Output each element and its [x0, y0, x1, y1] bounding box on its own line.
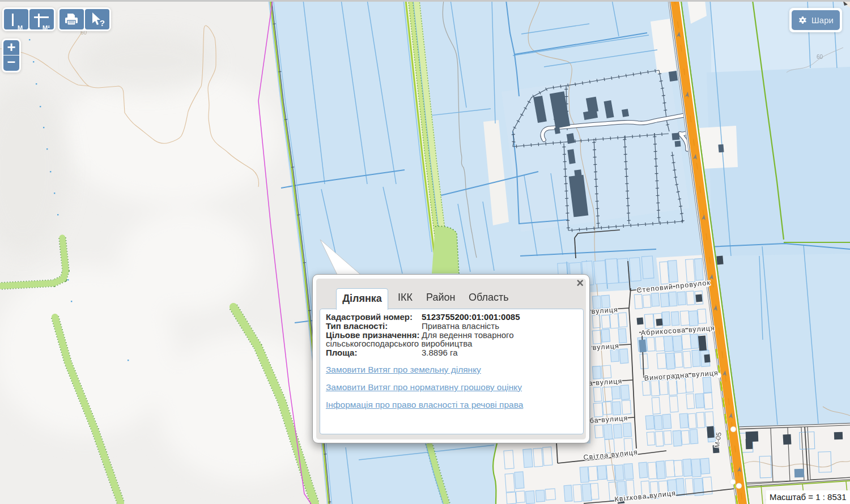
svg-text:60: 60	[817, 54, 823, 60]
svg-text:?: ?	[100, 18, 105, 28]
